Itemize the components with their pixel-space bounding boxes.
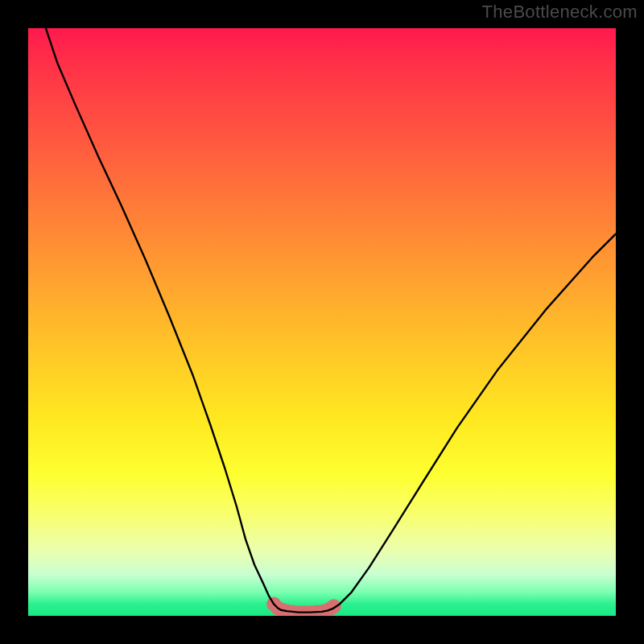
- bottleneck-curve: [46, 28, 616, 613]
- curve-layer: [28, 28, 616, 616]
- plot-area: [28, 28, 616, 616]
- chart-frame: TheBottleneck.com: [0, 0, 644, 644]
- dot: [327, 599, 341, 613]
- watermark-text: TheBottleneck.com: [482, 2, 638, 23]
